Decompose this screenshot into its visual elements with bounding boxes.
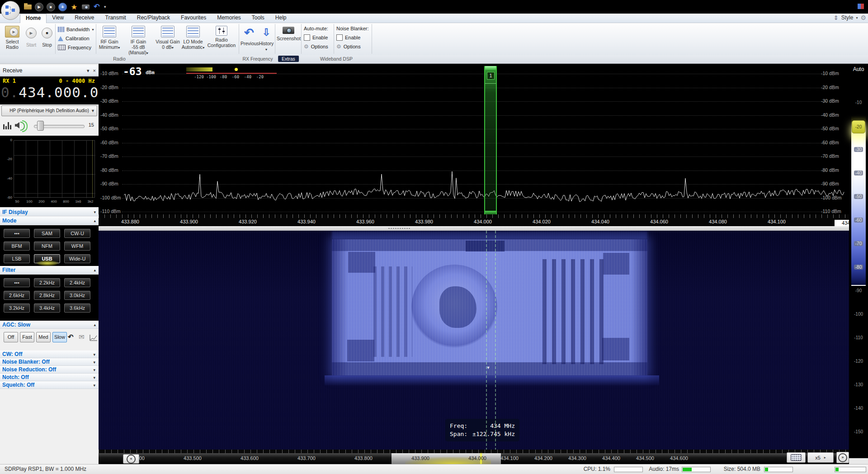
expand-chevron-icon[interactable]: ▾ [93, 359, 95, 366]
section-mode[interactable]: Mode▴ [0, 217, 99, 225]
agc-graph-icon[interactable] [90, 334, 98, 341]
collapsed-section-noise-reduction-off[interactable]: Noise Reduction: Off▾ [0, 366, 99, 374]
agc-button-fast[interactable]: Fast [20, 332, 34, 342]
favourite-star-icon[interactable]: ★ [70, 3, 78, 11]
tab-rec-playback[interactable]: Rec/Playback [132, 14, 175, 23]
mode-button-lsb[interactable]: LSB [4, 254, 30, 263]
expand-chevron-icon[interactable]: ▾ [93, 351, 95, 358]
tuning-marker[interactable]: 1 [484, 66, 497, 214]
section-agc[interactable]: AGC: Slow▴ [0, 321, 99, 329]
filter-button-2-6khz[interactable]: 2.6kHz [4, 291, 30, 300]
agc-undo-icon[interactable]: ↶ [68, 333, 74, 341]
collapsed-section-notch-off[interactable]: Notch: Off▾ [0, 374, 99, 381]
previous-button[interactable]: ↶ Previous [241, 24, 258, 46]
navigator-pan-left-button[interactable]: « [123, 454, 139, 464]
noise-blanker-enable[interactable]: Enable [336, 33, 369, 42]
screenshot-button[interactable]: Screenshot [277, 24, 300, 41]
tab-tools[interactable]: Tools [246, 14, 270, 23]
mode-button-wide-u[interactable]: Wide-U [64, 254, 90, 263]
mode-button-sam[interactable]: SAM [34, 229, 60, 238]
mode-button-bfm[interactable]: BFM [4, 242, 30, 251]
undo-icon[interactable]: ↶ [93, 3, 101, 11]
auto-mute-enable[interactable]: Enable [304, 33, 332, 42]
filter-button-[interactable]: ••• [4, 278, 30, 287]
audio-spectrum-plot[interactable] [14, 140, 95, 198]
section-if-display[interactable]: IF Display▾ [0, 208, 99, 216]
filter-button-3-6khz[interactable]: 3.6kHz [64, 303, 90, 313]
frequency-button[interactable]: Frequency [58, 43, 94, 52]
collapsed-section-squelch-off[interactable]: Squelch: Off▾ [0, 381, 99, 389]
equalizer-icon[interactable] [3, 122, 11, 129]
noise-blanker-options[interactable]: ⚙ Options [336, 42, 369, 51]
frequency-navigator[interactable]: 433.400433.500433.600433.700433.800433.9… [99, 450, 868, 464]
open-folder-icon[interactable] [24, 3, 32, 11]
start-button[interactable]: ▶ Start [24, 24, 39, 47]
settings-gear-icon[interactable]: ⚙ [860, 14, 866, 21]
navigator-keyboard-button[interactable] [787, 452, 806, 463]
scale-gradient-bar[interactable]: -20 -10-30-40-50-60-70-80-90-100-110-120… [851, 76, 866, 449]
style-menu[interactable]: Style [841, 14, 854, 21]
visual-gain-button[interactable]: Visual Gain0 dB▾ [156, 24, 180, 51]
frequency-axis[interactable]: 433.880433.900433.920433.940433.960433.9… [99, 214, 849, 226]
application-menu-button[interactable] [1, 1, 20, 20]
panel-collapse-icon[interactable]: ▾ [87, 65, 90, 76]
mode-button-nfm[interactable]: NFM [34, 242, 60, 251]
filter-button-3-4khz[interactable]: 3.4kHz [34, 303, 60, 313]
radio-configuration-button[interactable]: RadioConfiguration [206, 24, 237, 48]
expand-chevron-icon[interactable]: ▾ [93, 382, 95, 389]
navigator-pan-right-button[interactable]: » [836, 452, 849, 463]
mode-button-usb[interactable]: USB [34, 254, 60, 263]
add-icon[interactable]: + [58, 3, 67, 11]
filter-button-2-8khz[interactable]: 2.8kHz [34, 291, 60, 300]
collapsed-section-noise-blanker-off[interactable]: Noise Blanker: Off▾ [0, 358, 99, 366]
agc-envelope-icon[interactable]: ✉ [79, 333, 85, 341]
auto-mute-enable-checkbox[interactable] [304, 34, 310, 41]
stop-button[interactable]: ■ Stop [40, 24, 54, 47]
collapsed-section-cw-off[interactable]: CW: Off▾ [0, 351, 99, 358]
tab-home[interactable]: Home [20, 14, 47, 23]
filter-button-3-0khz[interactable]: 3.0kHz [64, 291, 90, 300]
volume-slider-handle[interactable] [37, 121, 44, 131]
navigator-zoom-button[interactable]: x5 ▸ [807, 452, 834, 463]
splitter-grip[interactable] [388, 228, 410, 229]
agc-button-med[interactable]: Med [36, 332, 51, 342]
mode-button-wfm[interactable]: WFM [64, 242, 90, 251]
ribbon-collapse-icon[interactable]: ⇕ [834, 14, 839, 21]
lo-mode-button[interactable]: LO ModeAutomatic▾ [181, 24, 205, 51]
tab-transmit[interactable]: Transmit [100, 14, 132, 23]
filter-button-2-2khz[interactable]: 2.2kHz [34, 278, 60, 287]
spectrum-display[interactable]: -63 dBm -120-100-80-60-40-20 1 -10 dBm-1… [99, 64, 849, 214]
play-icon[interactable]: ▶ [35, 3, 43, 11]
rf-gain-button[interactable]: RF GainMinimum▾ [98, 24, 121, 51]
navigator-bar[interactable]: 433.400433.500433.600433.700433.800433.9… [99, 453, 849, 464]
filter-button-3-2khz[interactable]: 3.2kHz [4, 303, 30, 313]
style-chevron-icon[interactable]: ▾ [856, 16, 858, 20]
bandwidth-button[interactable]: Bandwidth▾ [58, 25, 94, 34]
history-button[interactable]: ⇩ History▾ [259, 24, 274, 52]
mode-button-[interactable]: ••• [4, 229, 30, 238]
expand-chevron-icon[interactable]: ▾ [93, 366, 95, 374]
agc-button-off[interactable]: Off [4, 332, 18, 342]
scale-auto-button[interactable]: Auto [849, 66, 868, 72]
noise-blanker-enable-checkbox[interactable] [336, 34, 343, 41]
panel-close-icon[interactable]: × [93, 65, 96, 76]
filter-button-2-4khz[interactable]: 2.4kHz [64, 278, 90, 287]
expand-chevron-icon[interactable]: ▾ [93, 374, 95, 381]
tab-receive[interactable]: Receive [69, 14, 99, 23]
auto-mute-options[interactable]: ⚙ Options [304, 42, 332, 51]
mode-button-cw-u[interactable]: CW-U [64, 229, 90, 238]
select-radio-button[interactable]: ▶ SelectRadio [2, 24, 23, 50]
speaker-icon[interactable] [15, 122, 19, 128]
scale-handle[interactable]: -20 [852, 120, 865, 133]
if-gain-button[interactable]: IF Gain-55 dB (Manual)▾ [122, 24, 155, 56]
tab-view[interactable]: View [47, 14, 69, 23]
tab-memories[interactable]: Memories [212, 14, 246, 23]
audio-device-select[interactable]: HP (Périphérique High Definition Audio) … [1, 105, 97, 116]
calibration-button[interactable]: Calibration [58, 34, 94, 43]
tab-help[interactable]: Help [270, 14, 292, 23]
stop-icon[interactable]: ■ [47, 3, 55, 11]
spectrum-waterfall-splitter[interactable] [99, 226, 849, 231]
frequency-display-box[interactable]: RX 1 0 - 4000 Hz 0.434.000.000 [0, 76, 99, 104]
agc-button-slow[interactable]: Slow [52, 332, 67, 342]
quick-access-more-icon[interactable]: ▾ [104, 5, 106, 9]
